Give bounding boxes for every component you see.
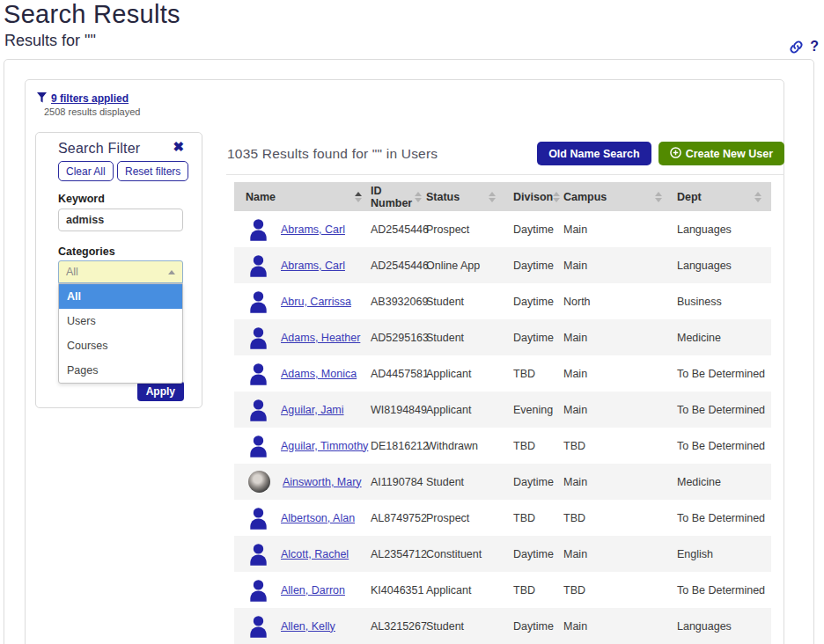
- column-header-dept[interactable]: Dept: [677, 182, 771, 211]
- user-name-link[interactable]: Abrams, Carl: [281, 260, 345, 272]
- id-number-cell: AB3932069: [371, 296, 426, 308]
- campus-cell: Main: [563, 476, 677, 488]
- chevron-up-icon: [168, 270, 175, 274]
- user-name-link[interactable]: Allen, Darron: [281, 584, 345, 596]
- permalink-icon[interactable]: [789, 40, 804, 55]
- status-cell: Student: [426, 620, 513, 633]
- divider: [226, 174, 784, 175]
- outer-card: 9 filters applied 2508 results displayed…: [4, 59, 814, 644]
- clear-all-button[interactable]: Clear All: [58, 161, 114, 181]
- campus-cell: Main: [563, 404, 677, 416]
- status-cell: Applicant: [426, 404, 513, 416]
- funnel-icon: [37, 91, 47, 106]
- division-cell: Daytime: [513, 332, 563, 344]
- id-number-cell: KI4046351: [371, 584, 426, 596]
- id-number-cell: AL8749752: [371, 512, 426, 524]
- dropdown-option[interactable]: Courses: [59, 333, 182, 358]
- column-header-id[interactable]: ID Number: [371, 182, 426, 211]
- table-row: Adams, Heather AD5295163 Student Daytime…: [234, 319, 771, 355]
- create-new-user-button[interactable]: Create New User: [658, 142, 784, 165]
- user-name-link[interactable]: Allen, Kelly: [281, 620, 335, 633]
- user-avatar-icon: [248, 289, 269, 313]
- campus-cell: TBD: [563, 512, 677, 524]
- page-subtitle: Results for "": [4, 32, 96, 50]
- user-name-link[interactable]: Aguilar, Jami: [281, 404, 344, 416]
- dept-cell: To Be Determined: [677, 404, 771, 416]
- campus-cell: North: [563, 296, 677, 308]
- user-avatar-icon: [248, 362, 269, 385]
- table-row: Alcott, Rachel AL2354712 Constituent Day…: [234, 536, 771, 572]
- table-row: Abru, Carrissa AB3932069 Student Daytime…: [234, 283, 771, 319]
- id-number-cell: AI1190784: [371, 476, 426, 488]
- results-card: 9 filters applied 2508 results displayed…: [25, 79, 784, 644]
- table-body: Abrams, Carl AD2545446 Prospect Daytime …: [234, 211, 771, 644]
- division-cell: TBD: [513, 368, 563, 380]
- dropdown-option[interactable]: All: [59, 284, 182, 309]
- table-row: Abrams, Carl AD2545446 Online App Daytim…: [234, 247, 771, 283]
- user-avatar-icon: [248, 326, 269, 349]
- user-name-link[interactable]: Alcott, Rachel: [281, 548, 349, 560]
- table-row: Abrams, Carl AD2545446 Prospect Daytime …: [234, 211, 771, 247]
- campus-cell: TBD: [563, 584, 677, 596]
- id-number-cell: WI8194849: [371, 404, 426, 416]
- sort-arrows-icon: [655, 192, 662, 202]
- results-table: Name ID Number Status Divison Campus Dep…: [234, 182, 771, 644]
- division-cell: Daytime: [513, 223, 563, 236]
- user-name-link[interactable]: Adams, Monica: [281, 368, 357, 380]
- table-row: Aguilar, Jami WI8194849 Applicant Evenin…: [234, 392, 771, 428]
- status-cell: Applicant: [426, 368, 513, 380]
- status-cell: Prospect: [426, 223, 513, 236]
- division-cell: TBD: [513, 584, 563, 596]
- categories-label: Categories: [58, 245, 115, 258]
- apply-button[interactable]: Apply: [137, 381, 184, 401]
- user-name-link[interactable]: Abru, Carrissa: [281, 296, 351, 308]
- status-cell: Student: [426, 332, 513, 344]
- status-cell: Student: [426, 476, 513, 488]
- id-number-cell: AL2354712: [371, 548, 426, 560]
- campus-cell: Main: [563, 260, 677, 272]
- table-header-row: Name ID Number Status Divison Campus Dep…: [234, 182, 771, 211]
- campus-cell: Main: [563, 332, 677, 344]
- table-row: Allen, Darron KI4046351 Applicant TBD TB…: [234, 572, 771, 608]
- user-avatar-icon: [248, 506, 269, 530]
- dept-cell: English: [677, 548, 771, 560]
- user-name-link[interactable]: Adams, Heather: [281, 332, 360, 344]
- status-cell: Applicant: [426, 584, 513, 596]
- close-icon[interactable]: ✖: [173, 139, 184, 155]
- reset-filters-button[interactable]: Reset filters: [117, 161, 188, 181]
- column-header-campus[interactable]: Campus: [563, 182, 677, 211]
- division-cell: Daytime: [513, 548, 563, 560]
- table-row: Aguilar, Timmothy DE1816212 Withdrawn TB…: [234, 428, 771, 464]
- id-number-cell: DE1816212: [371, 440, 426, 452]
- user-name-link[interactable]: Albertson, Alan: [281, 512, 355, 524]
- division-cell: TBD: [513, 512, 563, 524]
- dropdown-option[interactable]: Users: [59, 309, 182, 333]
- categories-selected-value: All: [66, 266, 78, 278]
- dropdown-option[interactable]: Pages: [59, 358, 182, 383]
- column-header-status[interactable]: Status: [426, 182, 513, 211]
- page-title: Search Results: [4, 0, 180, 29]
- keyword-input[interactable]: [58, 209, 183, 231]
- old-name-search-button[interactable]: Old Name Search: [537, 142, 651, 165]
- column-header-name[interactable]: Name: [234, 182, 371, 211]
- filters-applied-link[interactable]: 9 filters applied: [51, 92, 129, 105]
- dept-cell: To Be Determined: [677, 368, 771, 380]
- status-cell: Withdrawn: [426, 440, 513, 452]
- filters-applied-line: 9 filters applied: [37, 91, 129, 106]
- keyword-label: Keyword: [58, 193, 105, 205]
- user-name-link[interactable]: Aguilar, Timmothy: [281, 440, 368, 452]
- user-avatar-icon: [248, 217, 269, 241]
- division-cell: Daytime: [513, 476, 563, 488]
- division-cell: Daytime: [513, 260, 563, 272]
- user-name-link[interactable]: Ainsworth, Mary: [283, 476, 362, 488]
- help-icon[interactable]: ?: [810, 39, 819, 55]
- user-name-link[interactable]: Abrams, Carl: [281, 223, 345, 236]
- column-header-division[interactable]: Divison: [513, 182, 563, 211]
- user-avatar-icon: [248, 253, 269, 277]
- dept-cell: To Be Determined: [677, 584, 771, 596]
- search-filter-panel: Search Filter ✖ Clear All Reset filters …: [35, 132, 202, 408]
- dept-cell: Business: [677, 296, 771, 308]
- table-row: Allen, Kelly AL3215267 Student Daytime M…: [234, 608, 771, 644]
- id-number-cell: AD2545446: [371, 223, 426, 236]
- categories-select[interactable]: All: [58, 260, 183, 283]
